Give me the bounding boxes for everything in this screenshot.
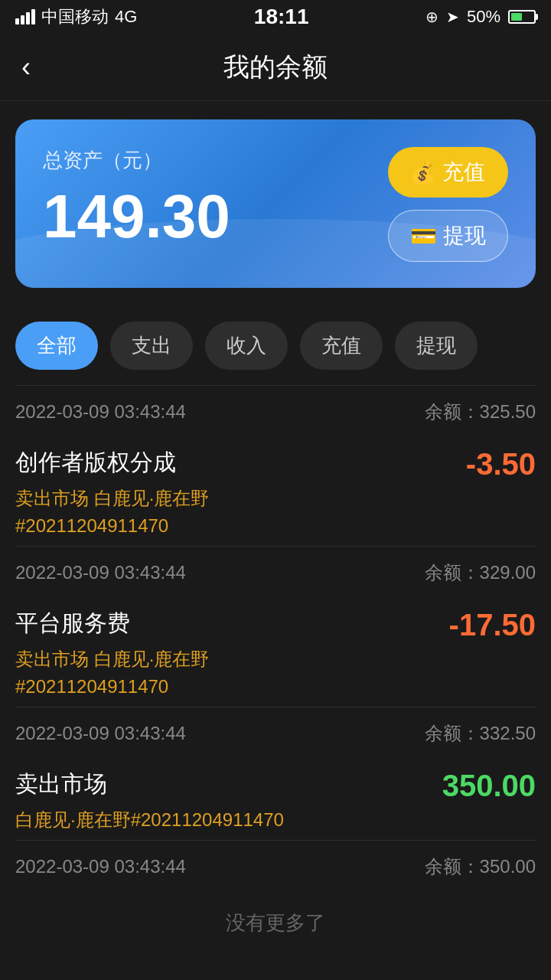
balance-after-2: 余额：329.00: [425, 560, 536, 585]
transaction-item-3: 卖出市场 白鹿见·鹿在野#20211204911470 350.00: [15, 753, 536, 840]
sub-line2-1: #20211204911470: [15, 515, 168, 536]
arrow-icon: ➤: [446, 8, 459, 26]
sub-line1-3: 白鹿见·鹿在野#20211204911470: [15, 809, 284, 830]
date-row-2: 2022-03-09 03:43:44 余额：329.00: [15, 546, 536, 593]
transaction-title-2: 平台服务费: [15, 608, 434, 639]
transaction-title-1: 创作者版权分成: [15, 447, 451, 479]
tab-withdraw[interactable]: 提现: [395, 322, 478, 370]
withdraw-label: 提现: [443, 221, 486, 250]
page-title: 我的余额: [223, 50, 328, 85]
no-more-label: 没有更多了: [15, 887, 536, 967]
recharge-icon: 💰: [409, 160, 436, 185]
transaction-group-1: 2022-03-09 03:43:44 余额：325.50 创作者版权分成 卖出…: [15, 385, 536, 546]
status-bar: 中国移动 4G 18:11 ⊕ ➤ 50%: [0, 0, 551, 34]
card-buttons: 💰 充值 💳 提现: [388, 147, 508, 262]
transaction-group-2: 2022-03-09 03:43:44 余额：329.00 平台服务费 卖出市场…: [15, 546, 536, 707]
tab-all[interactable]: 全部: [15, 322, 98, 370]
back-button[interactable]: ‹: [21, 51, 31, 83]
balance-after-3: 余额：332.50: [425, 721, 536, 746]
sub-line1-2: 卖出市场 白鹿见·鹿在野: [15, 648, 209, 669]
location-icon: ⊕: [425, 8, 439, 26]
date-3: 2022-03-09 03:43:44: [15, 723, 186, 744]
status-left: 中国移动 4G: [15, 5, 137, 28]
date-row-3: 2022-03-09 03:43:44 余额：332.50: [15, 707, 536, 753]
transaction-sub-2: 卖出市场 白鹿见·鹿在野 #20211204911470: [15, 645, 434, 701]
sub-line2-2: #20211204911470: [15, 676, 168, 697]
network-label: 4G: [115, 7, 137, 27]
balance-after-1: 余额：325.50: [425, 400, 536, 424]
withdraw-button[interactable]: 💳 提现: [388, 210, 508, 262]
tab-income[interactable]: 收入: [205, 322, 288, 370]
status-right: ⊕ ➤ 50%: [425, 7, 536, 27]
date-row-4: 2022-03-09 03:43:44 余额：350.00: [15, 840, 536, 887]
transaction-title-3: 卖出市场: [15, 769, 427, 800]
transaction-sub-3: 白鹿见·鹿在野#20211204911470: [15, 806, 427, 834]
transaction-item-1: 创作者版权分成 卖出市场 白鹿见·鹿在野 #20211204911470 -3.…: [15, 432, 536, 546]
carrier-label: 中国移动: [41, 5, 109, 28]
transaction-item-2: 平台服务费 卖出市场 白鹿见·鹿在野 #20211204911470 -17.5…: [15, 593, 536, 707]
battery-icon: [508, 10, 536, 24]
transaction-list: 2022-03-09 03:43:44 余额：325.50 创作者版权分成 卖出…: [0, 385, 551, 967]
time-label: 18:11: [254, 5, 309, 29]
sub-line1-1: 卖出市场 白鹿见·鹿在野: [15, 488, 209, 508]
balance-card: 总资产（元） 149.30 💰 充值 💳 提现: [15, 119, 536, 288]
recharge-label: 充值: [442, 158, 485, 187]
signal-icon: [15, 9, 35, 24]
nav-bar: ‹ 我的余额: [0, 34, 551, 101]
balance-after-4: 余额：350.00: [425, 854, 536, 879]
date-2: 2022-03-09 03:43:44: [15, 562, 186, 583]
transaction-amount-3: 350.00: [442, 769, 536, 803]
date-4: 2022-03-09 03:43:44: [15, 856, 186, 877]
date-row-1: 2022-03-09 03:43:44 余额：325.50: [15, 385, 536, 432]
transaction-group-3: 2022-03-09 03:43:44 余额：332.50 卖出市场 白鹿见·鹿…: [15, 707, 536, 840]
transaction-amount-1: -3.50: [466, 447, 536, 482]
transaction-amount-2: -17.50: [449, 608, 536, 642]
battery-percent: 50%: [467, 7, 500, 27]
date-1: 2022-03-09 03:43:44: [15, 401, 186, 423]
tab-expense[interactable]: 支出: [110, 322, 193, 370]
transaction-sub-1: 卖出市场 白鹿见·鹿在野 #20211204911470: [15, 485, 451, 540]
withdraw-icon: 💳: [410, 224, 437, 249]
recharge-button[interactable]: 💰 充值: [388, 147, 508, 198]
filter-tabs: 全部 支出 收入 充值 提现: [0, 306, 551, 385]
tab-recharge[interactable]: 充值: [300, 322, 383, 370]
